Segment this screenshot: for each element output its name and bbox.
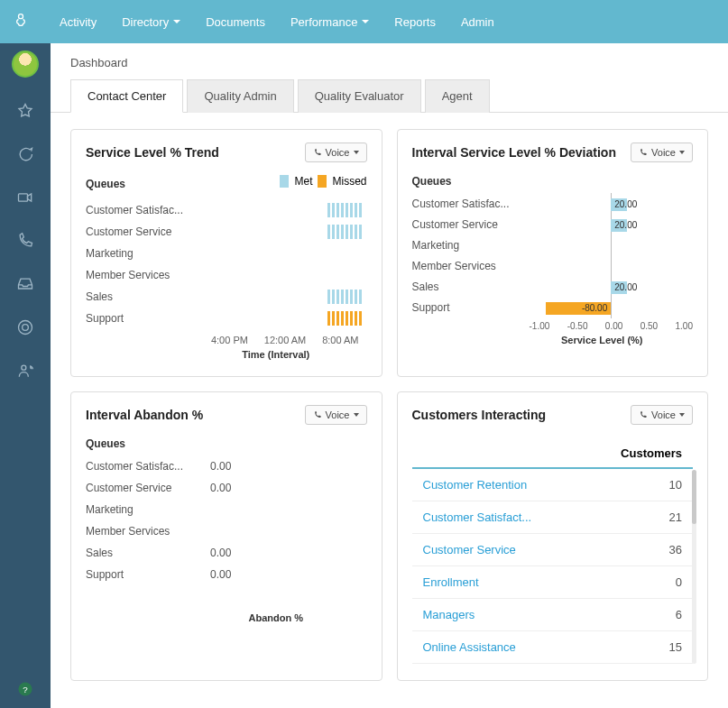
tab-label: Agent	[442, 89, 473, 103]
x-tick: -0.50	[567, 321, 588, 331]
x-tick: 4:00 PM	[211, 335, 248, 345]
nav-performance[interactable]: Performance	[278, 15, 382, 29]
queue-label: Sales	[86, 290, 203, 303]
abandon-chart-rows: Customer Satisfac...0.00Customer Service…	[86, 455, 367, 585]
tab-quality-evaluator[interactable]: Quality Evaluator	[298, 79, 421, 113]
queues-label: Queues	[412, 175, 694, 188]
deviation-bar-area	[530, 238, 694, 253]
favorites-icon[interactable]	[15, 101, 35, 121]
tab-contact-center[interactable]: Contact Center	[70, 79, 183, 113]
queue-label: Customer Satisfac...	[86, 460, 203, 473]
phone-icon[interactable]	[15, 231, 35, 251]
customer-link[interactable]: Online Assistance	[423, 640, 516, 654]
scrollbar-thumb[interactable]	[692, 470, 696, 524]
chat-icon[interactable]	[15, 144, 35, 164]
customer-link[interactable]: Customer Retention	[423, 478, 528, 492]
tab-quality-admin[interactable]: Quality Admin	[187, 79, 293, 113]
main-content: Dashboard Contact Center Quality Admin Q…	[51, 43, 728, 708]
abandon-value: 0.00	[210, 568, 231, 581]
nav-admin[interactable]: Admin	[448, 15, 507, 29]
deviation-bar-positive: 20.00	[611, 219, 627, 232]
voice-dropdown-button[interactable]: Voice	[631, 405, 693, 425]
voice-dropdown-button[interactable]: Voice	[305, 405, 367, 425]
card-title: Service Level % Trend	[86, 145, 219, 160]
deviation-xaxis-label: Service Level (%)	[412, 335, 694, 345]
tab-agent[interactable]: Agent	[425, 79, 490, 113]
queue-label: Sales	[412, 280, 530, 293]
queue-row: Support	[86, 308, 367, 329]
video-icon[interactable]	[15, 188, 35, 207]
abandon-xaxis-label: Abandon %	[86, 612, 367, 623]
svg-text:?: ?	[23, 685, 28, 694]
queue-label: Support	[412, 301, 530, 314]
bar-zone	[203, 225, 367, 239]
table-row: Enrollment0	[412, 566, 694, 599]
deviation-bar-negative: -80.00	[546, 302, 612, 315]
queue-label: Marketing	[412, 239, 530, 252]
deviation-row: Customer Service20.00	[412, 214, 694, 234]
customer-link[interactable]: Customer Service	[423, 543, 516, 556]
svg-rect-1	[19, 194, 28, 201]
caret-down-icon	[679, 413, 685, 417]
voice-dropdown-button[interactable]: Voice	[305, 143, 367, 162]
customers-table-wrap: Customers Customer Retention10Customer S…	[412, 437, 694, 664]
bar-met	[327, 203, 362, 217]
nav-label: Performance	[290, 15, 357, 29]
bar-missed	[327, 311, 362, 326]
abandon-row: Support0.00	[86, 564, 367, 585]
zero-line	[611, 297, 612, 318]
abandon-value: 0.00	[210, 460, 231, 473]
card-header: Service Level % Trend Voice	[86, 143, 367, 162]
abandon-value: 0.00	[210, 547, 231, 559]
voice-label: Voice	[326, 147, 350, 158]
voice-label: Voice	[651, 147, 676, 158]
nav-directory[interactable]: Directory	[109, 15, 193, 29]
x-tick: 0.00	[605, 321, 622, 331]
nav-documents[interactable]: Documents	[193, 15, 278, 29]
card-title: Interval Abandon %	[86, 408, 203, 422]
phone-icon	[313, 410, 322, 419]
queue-label: Member Services	[412, 260, 530, 272]
app-logo-icon	[11, 12, 31, 32]
nav-reports[interactable]: Reports	[382, 15, 448, 29]
queue-label: Customer Satisfac...	[412, 198, 530, 210]
top-navbar: Activity Directory Documents Performance…	[0, 0, 728, 43]
lifebuoy-icon[interactable]	[15, 317, 35, 337]
voice-label: Voice	[326, 409, 350, 420]
customer-link[interactable]: Managers	[423, 608, 475, 621]
queue-label: Marketing	[86, 503, 203, 516]
user-avatar[interactable]	[12, 51, 39, 78]
nav-label: Reports	[394, 15, 436, 29]
table-scrollbar[interactable]	[692, 470, 696, 664]
zero-line	[611, 255, 612, 277]
phone-icon	[639, 410, 648, 419]
caret-down-icon	[354, 413, 359, 417]
deviation-bar-positive: 20.00	[611, 281, 627, 294]
caret-down-icon	[173, 20, 180, 23]
queue-label: Support	[86, 568, 203, 581]
abandon-row: Member Services	[86, 520, 367, 542]
voice-dropdown-button[interactable]: Voice	[631, 143, 693, 162]
card-customers-interacting: Customers Interacting Voice Customers	[397, 391, 709, 681]
tab-label: Quality Evaluator	[315, 89, 404, 103]
customer-link[interactable]: Enrollment	[423, 575, 479, 589]
queue-label: Marketing	[86, 247, 203, 260]
agent-icon[interactable]	[15, 361, 35, 381]
customer-link[interactable]: Customer Satisfact...	[423, 510, 532, 524]
customers-table: Customers Customer Retention10Customer S…	[412, 437, 694, 664]
abandon-value: 0.00	[210, 482, 231, 494]
customer-count: 6	[584, 599, 693, 631]
nav-label: Admin	[461, 15, 494, 29]
queue-label: Customer Service	[412, 218, 530, 231]
deviation-bar-area	[530, 259, 694, 273]
deviation-bar-positive: 20.00	[611, 198, 627, 211]
help-icon[interactable]: ?	[15, 679, 35, 699]
inbox-icon[interactable]	[15, 274, 35, 294]
table-row: Customer Service36	[412, 534, 694, 566]
nav-label: Directory	[122, 15, 169, 29]
phone-icon	[313, 148, 322, 157]
nav-activity[interactable]: Activity	[47, 15, 109, 29]
table-row: Managers6	[412, 599, 694, 631]
bar-zone	[203, 311, 367, 326]
customer-count: 10	[584, 468, 693, 501]
